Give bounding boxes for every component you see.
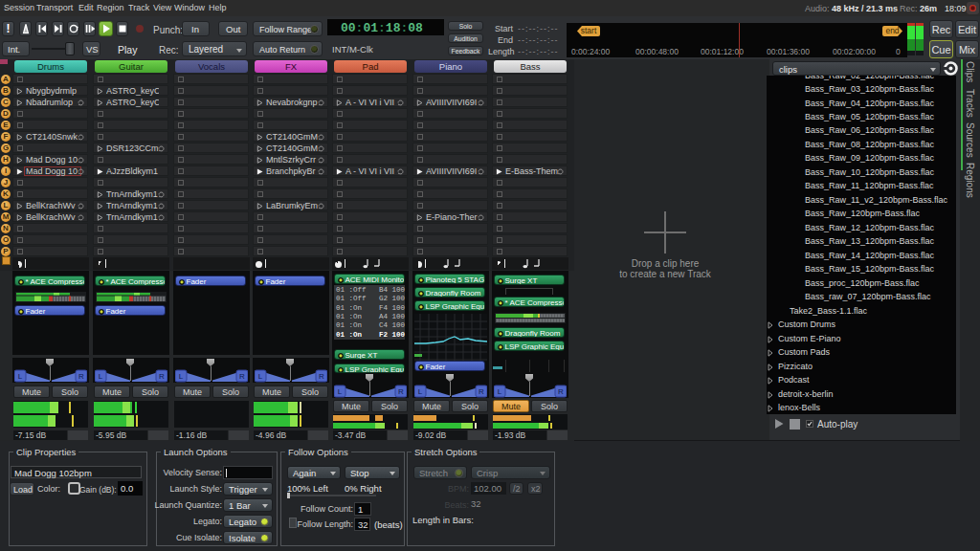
svg-text:L: L xyxy=(99,372,103,381)
svg-text:L: L xyxy=(418,387,423,396)
svg-text:L: L xyxy=(338,387,343,396)
svg-text:L: L xyxy=(18,372,23,381)
svg-text:R: R xyxy=(398,387,404,396)
svg-text:R: R xyxy=(159,372,165,381)
svg-text:R: R xyxy=(479,387,484,396)
svg-text:R: R xyxy=(239,372,245,381)
svg-text:R: R xyxy=(78,372,84,381)
svg-text:L: L xyxy=(179,372,184,381)
svg-text:L: L xyxy=(258,372,263,381)
svg-text:L: L xyxy=(498,387,502,396)
svg-text:R: R xyxy=(558,387,564,396)
svg-text:R: R xyxy=(319,372,324,381)
